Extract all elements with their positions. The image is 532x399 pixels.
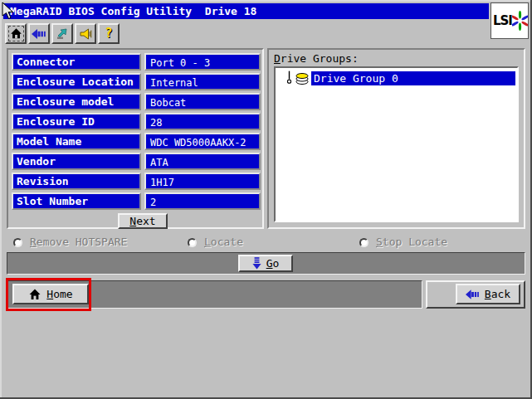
drive-info-value: ATA [144, 153, 261, 170]
down-arrow-icon [252, 257, 261, 270]
toolbar-help-button[interactable]: ? [98, 23, 120, 44]
go-button[interactable]: Go [238, 255, 293, 272]
next-button-label: Next [129, 215, 155, 227]
drive-group-item-label: Drive Group 0 [311, 71, 515, 85]
drive-info-label: Vendor [12, 153, 141, 170]
home-icon [28, 288, 41, 301]
drive-info-label: Enclosure Location [12, 73, 141, 90]
drive-groups-panel: Drive Groups: Drive Group 0 [267, 48, 525, 229]
drive-info-label: Enclosure ID [12, 113, 141, 130]
drive-groups-heading: Drive Groups: [274, 52, 359, 65]
back-arrow-icon [466, 290, 480, 299]
radio-locate-label: Locate [204, 236, 243, 248]
lsi-pinwheel-icon [512, 4, 528, 37]
radio-stop-locate[interactable] [359, 238, 368, 247]
toolbar-exit-button[interactable] [51, 23, 73, 44]
drive-info-label: Slot Number [12, 192, 141, 210]
radio-locate[interactable] [188, 238, 197, 247]
tree-connector-icon [284, 71, 295, 85]
home-button[interactable]: Home [12, 284, 89, 304]
drive-info-label: Enclosure model [12, 93, 141, 110]
drive-info-value: Port 0 - 3 [144, 53, 261, 71]
drive-info-panel: Connector Port 0 - 3 Enclosure Location … [7, 48, 264, 229]
drive-info-label: Revision [12, 173, 141, 190]
mouse-cursor [2, 2, 15, 20]
back-button[interactable]: Back [456, 284, 520, 304]
drive-info-value: 28 [144, 113, 261, 130]
drive-group-disk-icon [295, 71, 310, 85]
home-icon [9, 27, 23, 41]
help-icon: ? [105, 27, 112, 40]
lsi-logo-text: LSI [491, 13, 512, 28]
drive-info-label: Connector [12, 53, 141, 71]
drive-group-item[interactable]: Drive Group 0 [284, 71, 515, 85]
title-bar: MegaRAID BIOS Config Utility Drive 18 [3, 3, 489, 19]
back-button-label: Back [485, 288, 510, 300]
drive-info-value: Bobcat [144, 93, 261, 110]
drive-info-value: WDC WD5000AAKX-2 [144, 133, 261, 150]
exit-icon [56, 27, 69, 41]
lsi-logo: LSI [491, 2, 529, 39]
radio-remove-hotspare[interactable] [13, 238, 22, 247]
toolbar-home-button[interactable] [5, 23, 27, 44]
back-arrow-icon [32, 29, 46, 39]
drive-groups-listbox[interactable]: Drive Group 0 [274, 66, 519, 222]
drive-info-label: Model Name [12, 133, 141, 150]
toolbar-alarm-button[interactable] [75, 23, 96, 44]
radio-stop-locate-label: Stop Locate [376, 236, 447, 248]
next-button[interactable]: Next [118, 213, 168, 229]
radio-remove-hotspare-label: Remove HOTSPARE [30, 236, 127, 248]
home-button-label: Home [46, 288, 72, 300]
alarm-icon [79, 27, 92, 41]
drive-info-value: 1H17 [144, 173, 261, 190]
drive-info-value: Internal [144, 73, 261, 90]
drive-info-value: 2 [144, 192, 261, 210]
toolbar-back-button[interactable] [28, 23, 50, 44]
go-button-label: Go [266, 257, 280, 270]
